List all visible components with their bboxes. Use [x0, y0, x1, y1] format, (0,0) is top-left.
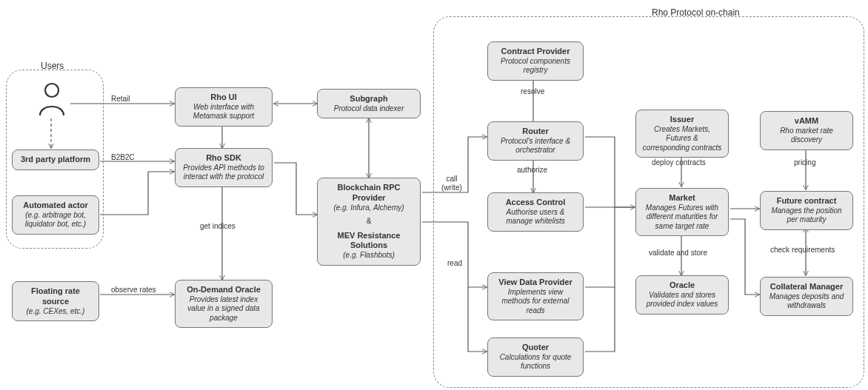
node-issuer: Issuer Creates Markets, Futures & corres… [635, 110, 729, 158]
node-access-control: Access Control Authorise users & manage … [487, 192, 584, 232]
node-third-party: 3rd party platform [12, 149, 99, 170]
svg-point-0 [45, 84, 59, 97]
node-floating-rate: Floating rate source (e.g. CEXes, etc.) [12, 281, 99, 321]
edge-pricing: pricing [794, 158, 815, 167]
group-onchain-label: Rho Protocol on-chain [652, 7, 740, 18]
edge-retail: Retail [111, 95, 130, 104]
edge-validate: validate and store [649, 249, 707, 258]
edge-authorize: authorize [517, 166, 547, 175]
node-future: Future contract Manages the position per… [760, 191, 853, 230]
node-rpc: Blockchain RPC Provider (e.g. Infura, Al… [317, 178, 421, 266]
user-icon [37, 81, 67, 120]
node-view-data: View Data Provider Implements view metho… [487, 272, 584, 320]
node-on-demand-oracle: On-Demand Oracle Provides latest index v… [175, 280, 273, 328]
architecture-diagram: Users Rho Protocol on-chain 3rd party pl… [0, 0, 868, 390]
node-rho-sdk: Rho SDK Provides API methods to interact… [175, 148, 273, 187]
node-market: Market Manages Futures with different ma… [635, 188, 729, 236]
edge-observe-rates: observe rates [111, 286, 156, 295]
node-collateral: Collateral Manager Manages deposits and … [760, 277, 853, 316]
node-router: Router Protocol's interface & orchestrat… [487, 121, 584, 161]
group-users-label: Users [41, 61, 64, 71]
edge-read: read [447, 259, 462, 268]
edge-b2b2c: B2B2C [111, 153, 135, 162]
edge-call-write: call (write) [441, 175, 462, 192]
node-automated-actor: Automated actor (e.g. arbitrage bot, liq… [12, 195, 99, 235]
edge-check-req: check requirements [770, 246, 835, 255]
edge-resolve: resolve [521, 87, 544, 96]
node-vamm: vAMM Rho market rate discovery [760, 111, 853, 150]
node-subgraph: Subgraph Protocol data indexer [317, 89, 421, 118]
edge-deploy: deploy contracts [652, 158, 706, 167]
node-quoter: Quoter Calculations for quote functions [487, 337, 584, 377]
node-contract-provider: Contract Provider Protocol components re… [487, 41, 584, 81]
node-rho-ui: Rho UI Web interface with Metamask suppo… [175, 87, 273, 127]
node-oracle-onchain: Oracle Validates and stores provided ind… [635, 275, 729, 315]
edge-get-indices: get indices [200, 222, 236, 231]
